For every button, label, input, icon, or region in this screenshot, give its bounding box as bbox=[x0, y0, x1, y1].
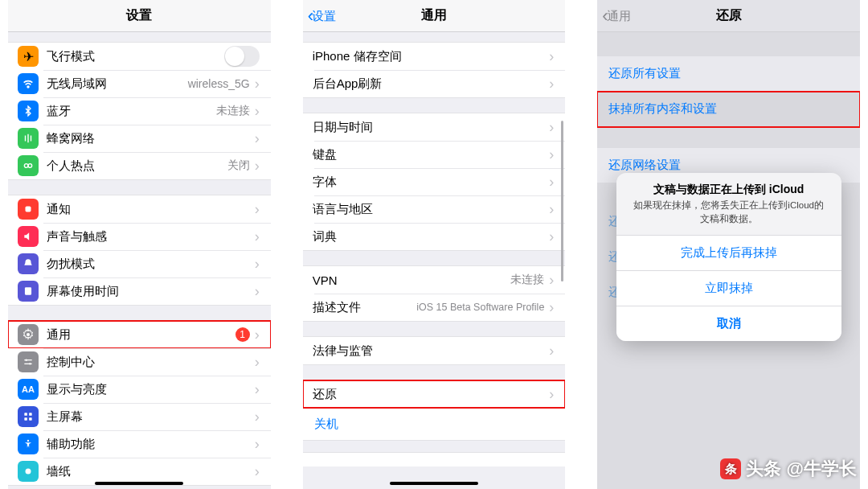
alert-title: 文稿与数据正在上传到 iCloud bbox=[616, 173, 841, 199]
group-legal: 法律与监管 › bbox=[303, 336, 566, 365]
group-reset: 还原 › 关机 bbox=[303, 380, 566, 441]
sounds-icon bbox=[18, 226, 39, 247]
row-screentime[interactable]: 屏幕使用时间 › bbox=[8, 277, 271, 305]
control-center-icon bbox=[18, 351, 39, 372]
svg-rect-10 bbox=[24, 417, 27, 421]
chevron-right-icon: › bbox=[255, 76, 260, 92]
group-vpn: VPN 未连接 › 描述文件 iOS 15 Beta Software Prof… bbox=[303, 265, 566, 322]
chevron-right-icon: › bbox=[549, 48, 554, 65]
svg-point-2 bbox=[28, 164, 32, 168]
row-reset[interactable]: 还原 › bbox=[303, 380, 566, 408]
chevron-right-icon: › bbox=[549, 228, 554, 245]
row-profile[interactable]: 描述文件 iOS 15 Beta Software Profile › bbox=[303, 294, 566, 321]
alert-sheet: 文稿与数据正在上传到 iCloud 如果现在抹掉，您将丢失正在上传到iCloud… bbox=[616, 173, 841, 341]
scrollbar[interactable] bbox=[561, 121, 563, 281]
chevron-right-icon: › bbox=[255, 409, 260, 425]
row-notifications[interactable]: 通知 › bbox=[8, 195, 271, 223]
bluetooth-icon bbox=[18, 101, 39, 121]
row-keyboard[interactable]: 键盘 › bbox=[303, 141, 566, 168]
page-title: 通用 bbox=[421, 7, 447, 24]
svg-rect-11 bbox=[29, 417, 32, 421]
row-language-region[interactable]: 语言与地区 › bbox=[303, 195, 566, 223]
svg-rect-4 bbox=[25, 287, 31, 294]
reset-screen: ‹ 通用 还原 还原所有设置 抹掉所有内容和设置 还原网络设置 还原键 还原主 … bbox=[597, 0, 860, 489]
chevron-right-icon: › bbox=[255, 158, 260, 175]
home-screen-icon bbox=[18, 406, 39, 427]
group-general: 通用 1 › 控制中心 › AA 显示与亮度 › 主屏幕 › bbox=[8, 320, 271, 486]
chevron-right-icon: › bbox=[255, 228, 260, 245]
row-background-refresh[interactable]: 后台App刷新 › bbox=[303, 70, 566, 97]
chevron-right-icon: › bbox=[549, 343, 554, 360]
svg-point-5 bbox=[27, 333, 30, 336]
svg-rect-8 bbox=[24, 413, 27, 416]
badge: 1 bbox=[235, 327, 250, 342]
chevron-right-icon: › bbox=[549, 76, 554, 92]
row-sounds[interactable]: 声音与触感 › bbox=[8, 223, 271, 250]
airplane-toggle[interactable] bbox=[224, 46, 260, 67]
accessibility-icon bbox=[18, 434, 39, 454]
row-general[interactable]: 通用 1 › bbox=[8, 321, 271, 348]
notifications-icon bbox=[18, 199, 39, 220]
row-home-screen[interactable]: 主屏幕 › bbox=[8, 403, 271, 430]
chevron-right-icon: › bbox=[549, 119, 554, 136]
toutiao-logo-icon: 条 bbox=[720, 458, 741, 479]
svg-rect-3 bbox=[26, 207, 31, 212]
chevron-right-icon: › bbox=[255, 381, 260, 398]
row-shutdown[interactable]: 关机 bbox=[303, 408, 566, 440]
row-accessibility[interactable]: 辅助功能 › bbox=[8, 430, 271, 458]
general-screen: ‹ 设置 通用 iPhone 储存空间 › 后台App刷新 › 日期与时间 › … bbox=[303, 0, 566, 489]
alert-cancel-button[interactable]: 取消 bbox=[616, 306, 841, 341]
alert-finish-then-erase-button[interactable]: 完成上传后再抹掉 bbox=[616, 235, 841, 270]
screentime-icon bbox=[18, 281, 39, 302]
home-indicator[interactable] bbox=[390, 482, 478, 485]
gear-icon bbox=[18, 324, 39, 345]
wifi-icon bbox=[18, 73, 39, 94]
svg-point-13 bbox=[26, 469, 31, 475]
svg-point-0 bbox=[27, 86, 29, 88]
row-dnd[interactable]: 勿扰模式 › bbox=[8, 250, 271, 277]
group-storage: iPhone 储存空间 › 后台App刷新 › bbox=[303, 42, 566, 98]
group-network: ✈ 飞行模式 无线局域网 wireless_5G › 蓝牙 未连接 › 蜂窝网络 bbox=[8, 42, 271, 180]
row-vpn[interactable]: VPN 未连接 › bbox=[303, 266, 566, 294]
alert-erase-now-button[interactable]: 立即抹掉 bbox=[616, 270, 841, 306]
chevron-right-icon: › bbox=[549, 174, 554, 191]
chevron-right-icon: › bbox=[549, 146, 554, 163]
chevron-right-icon: › bbox=[255, 103, 260, 120]
group-input: 日期与时间 › 键盘 › 字体 › 语言与地区 › 词典 › bbox=[303, 113, 566, 251]
row-dictionary[interactable]: 词典 › bbox=[303, 223, 566, 250]
svg-point-1 bbox=[24, 164, 28, 168]
row-bluetooth[interactable]: 蓝牙 未连接 › bbox=[8, 97, 271, 125]
svg-point-12 bbox=[27, 440, 29, 442]
row-fonts[interactable]: 字体 › bbox=[303, 168, 566, 195]
row-legal[interactable]: 法律与监管 › bbox=[303, 337, 566, 364]
svg-rect-9 bbox=[29, 413, 32, 416]
row-hotspot[interactable]: 个人热点 关闭 › bbox=[8, 152, 271, 179]
chevron-right-icon: › bbox=[255, 327, 260, 343]
dnd-icon bbox=[18, 253, 39, 274]
navbar: 设置 bbox=[8, 0, 271, 32]
row-date-time[interactable]: 日期与时间 › bbox=[303, 113, 566, 141]
chevron-right-icon: › bbox=[255, 354, 260, 371]
wallpaper-icon bbox=[18, 461, 39, 482]
row-control-center[interactable]: 控制中心 › bbox=[8, 348, 271, 376]
alert-message: 如果现在抹掉，您将丢失正在上传到iCloud的文稿和数据。 bbox=[616, 199, 841, 235]
chevron-right-icon: › bbox=[549, 299, 554, 316]
chevron-right-icon: › bbox=[255, 436, 260, 453]
row-storage[interactable]: iPhone 储存空间 › bbox=[303, 43, 566, 70]
airplane-icon: ✈ bbox=[18, 46, 39, 67]
navbar: ‹ 设置 通用 bbox=[303, 0, 566, 32]
settings-screen: 设置 ✈ 飞行模式 无线局域网 wireless_5G › 蓝牙 未连接 › bbox=[8, 0, 271, 489]
row-cellular[interactable]: 蜂窝网络 › bbox=[8, 125, 271, 152]
row-airplane[interactable]: ✈ 飞行模式 bbox=[8, 43, 271, 70]
chevron-right-icon: › bbox=[549, 272, 554, 289]
row-display[interactable]: AA 显示与亮度 › bbox=[8, 376, 271, 403]
chevron-right-icon: › bbox=[255, 130, 260, 147]
row-wallpaper[interactable]: 墙纸 › bbox=[8, 458, 271, 485]
back-button[interactable]: ‹ 设置 bbox=[308, 0, 336, 32]
display-icon: AA bbox=[18, 379, 39, 400]
chevron-right-icon: › bbox=[255, 256, 260, 273]
row-wifi[interactable]: 无线局域网 wireless_5G › bbox=[8, 70, 271, 97]
chevron-right-icon: › bbox=[549, 201, 554, 218]
home-indicator[interactable] bbox=[95, 482, 183, 485]
chevron-right-icon: › bbox=[549, 386, 554, 403]
